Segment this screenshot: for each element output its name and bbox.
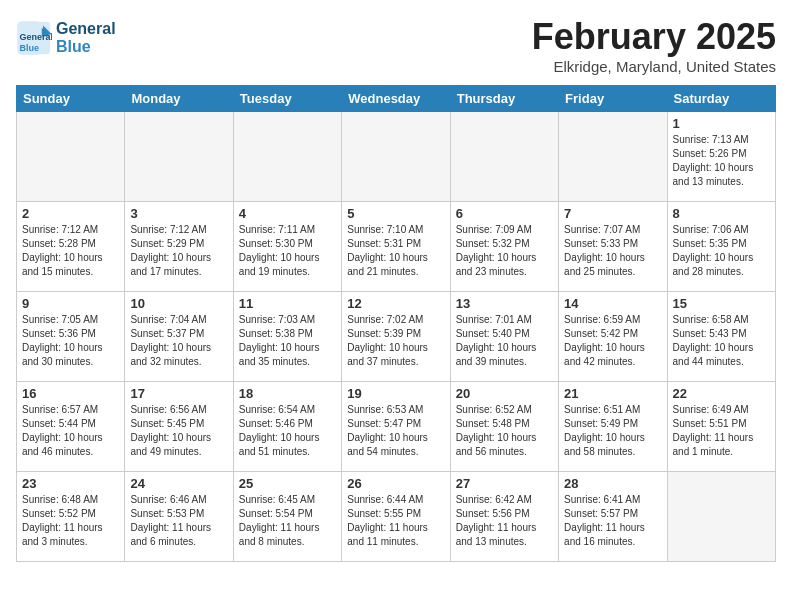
day-number: 26 xyxy=(347,476,444,491)
logo-text-blue: Blue xyxy=(56,38,116,56)
day-number: 21 xyxy=(564,386,661,401)
page-header: General Blue General Blue February 2025 … xyxy=(16,16,776,75)
day-info: Sunrise: 6:54 AM Sunset: 5:46 PM Dayligh… xyxy=(239,403,336,459)
day-number: 19 xyxy=(347,386,444,401)
calendar-cell: 3Sunrise: 7:12 AM Sunset: 5:29 PM Daylig… xyxy=(125,202,233,292)
calendar-cell: 7Sunrise: 7:07 AM Sunset: 5:33 PM Daylig… xyxy=(559,202,667,292)
day-number: 7 xyxy=(564,206,661,221)
weekday-header-friday: Friday xyxy=(559,86,667,112)
calendar-cell: 24Sunrise: 6:46 AM Sunset: 5:53 PM Dayli… xyxy=(125,472,233,562)
day-info: Sunrise: 7:12 AM Sunset: 5:28 PM Dayligh… xyxy=(22,223,119,279)
calendar-subtitle: Elkridge, Maryland, United States xyxy=(532,58,776,75)
week-row-1: 2Sunrise: 7:12 AM Sunset: 5:28 PM Daylig… xyxy=(17,202,776,292)
day-number: 9 xyxy=(22,296,119,311)
calendar-cell: 13Sunrise: 7:01 AM Sunset: 5:40 PM Dayli… xyxy=(450,292,558,382)
calendar-cell: 2Sunrise: 7:12 AM Sunset: 5:28 PM Daylig… xyxy=(17,202,125,292)
calendar-cell: 27Sunrise: 6:42 AM Sunset: 5:56 PM Dayli… xyxy=(450,472,558,562)
day-info: Sunrise: 7:05 AM Sunset: 5:36 PM Dayligh… xyxy=(22,313,119,369)
logo-icon: General Blue xyxy=(16,20,52,56)
week-row-3: 16Sunrise: 6:57 AM Sunset: 5:44 PM Dayli… xyxy=(17,382,776,472)
day-info: Sunrise: 6:52 AM Sunset: 5:48 PM Dayligh… xyxy=(456,403,553,459)
day-number: 14 xyxy=(564,296,661,311)
day-info: Sunrise: 7:12 AM Sunset: 5:29 PM Dayligh… xyxy=(130,223,227,279)
day-number: 22 xyxy=(673,386,770,401)
day-number: 27 xyxy=(456,476,553,491)
day-number: 23 xyxy=(22,476,119,491)
calendar-cell: 9Sunrise: 7:05 AM Sunset: 5:36 PM Daylig… xyxy=(17,292,125,382)
calendar-table: SundayMondayTuesdayWednesdayThursdayFrid… xyxy=(16,85,776,562)
weekday-header-thursday: Thursday xyxy=(450,86,558,112)
day-info: Sunrise: 6:59 AM Sunset: 5:42 PM Dayligh… xyxy=(564,313,661,369)
day-number: 28 xyxy=(564,476,661,491)
day-info: Sunrise: 6:44 AM Sunset: 5:55 PM Dayligh… xyxy=(347,493,444,549)
day-number: 5 xyxy=(347,206,444,221)
weekday-header-wednesday: Wednesday xyxy=(342,86,450,112)
day-info: Sunrise: 7:13 AM Sunset: 5:26 PM Dayligh… xyxy=(673,133,770,189)
calendar-cell xyxy=(342,112,450,202)
calendar-cell: 11Sunrise: 7:03 AM Sunset: 5:38 PM Dayli… xyxy=(233,292,341,382)
calendar-cell: 25Sunrise: 6:45 AM Sunset: 5:54 PM Dayli… xyxy=(233,472,341,562)
day-number: 1 xyxy=(673,116,770,131)
weekday-header-saturday: Saturday xyxy=(667,86,775,112)
day-info: Sunrise: 6:41 AM Sunset: 5:57 PM Dayligh… xyxy=(564,493,661,549)
day-info: Sunrise: 6:57 AM Sunset: 5:44 PM Dayligh… xyxy=(22,403,119,459)
weekday-header-tuesday: Tuesday xyxy=(233,86,341,112)
calendar-cell: 20Sunrise: 6:52 AM Sunset: 5:48 PM Dayli… xyxy=(450,382,558,472)
weekday-header-monday: Monday xyxy=(125,86,233,112)
day-number: 10 xyxy=(130,296,227,311)
calendar-cell: 12Sunrise: 7:02 AM Sunset: 5:39 PM Dayli… xyxy=(342,292,450,382)
calendar-cell xyxy=(125,112,233,202)
day-number: 3 xyxy=(130,206,227,221)
calendar-cell: 14Sunrise: 6:59 AM Sunset: 5:42 PM Dayli… xyxy=(559,292,667,382)
day-info: Sunrise: 6:53 AM Sunset: 5:47 PM Dayligh… xyxy=(347,403,444,459)
day-info: Sunrise: 6:42 AM Sunset: 5:56 PM Dayligh… xyxy=(456,493,553,549)
day-number: 13 xyxy=(456,296,553,311)
weekday-header-sunday: Sunday xyxy=(17,86,125,112)
day-number: 6 xyxy=(456,206,553,221)
weekday-header-row: SundayMondayTuesdayWednesdayThursdayFrid… xyxy=(17,86,776,112)
day-info: Sunrise: 7:07 AM Sunset: 5:33 PM Dayligh… xyxy=(564,223,661,279)
week-row-0: 1Sunrise: 7:13 AM Sunset: 5:26 PM Daylig… xyxy=(17,112,776,202)
day-info: Sunrise: 7:03 AM Sunset: 5:38 PM Dayligh… xyxy=(239,313,336,369)
day-info: Sunrise: 7:01 AM Sunset: 5:40 PM Dayligh… xyxy=(456,313,553,369)
day-info: Sunrise: 6:58 AM Sunset: 5:43 PM Dayligh… xyxy=(673,313,770,369)
calendar-cell: 26Sunrise: 6:44 AM Sunset: 5:55 PM Dayli… xyxy=(342,472,450,562)
day-info: Sunrise: 7:10 AM Sunset: 5:31 PM Dayligh… xyxy=(347,223,444,279)
day-info: Sunrise: 6:51 AM Sunset: 5:49 PM Dayligh… xyxy=(564,403,661,459)
day-info: Sunrise: 7:04 AM Sunset: 5:37 PM Dayligh… xyxy=(130,313,227,369)
day-number: 11 xyxy=(239,296,336,311)
day-info: Sunrise: 6:45 AM Sunset: 5:54 PM Dayligh… xyxy=(239,493,336,549)
day-info: Sunrise: 6:56 AM Sunset: 5:45 PM Dayligh… xyxy=(130,403,227,459)
week-row-2: 9Sunrise: 7:05 AM Sunset: 5:36 PM Daylig… xyxy=(17,292,776,382)
calendar-cell xyxy=(450,112,558,202)
calendar-cell xyxy=(559,112,667,202)
day-info: Sunrise: 6:48 AM Sunset: 5:52 PM Dayligh… xyxy=(22,493,119,549)
calendar-cell: 10Sunrise: 7:04 AM Sunset: 5:37 PM Dayli… xyxy=(125,292,233,382)
calendar-cell: 28Sunrise: 6:41 AM Sunset: 5:57 PM Dayli… xyxy=(559,472,667,562)
day-info: Sunrise: 6:49 AM Sunset: 5:51 PM Dayligh… xyxy=(673,403,770,459)
day-number: 24 xyxy=(130,476,227,491)
day-number: 2 xyxy=(22,206,119,221)
day-number: 12 xyxy=(347,296,444,311)
calendar-cell xyxy=(233,112,341,202)
calendar-cell: 21Sunrise: 6:51 AM Sunset: 5:49 PM Dayli… xyxy=(559,382,667,472)
calendar-cell: 4Sunrise: 7:11 AM Sunset: 5:30 PM Daylig… xyxy=(233,202,341,292)
svg-text:Blue: Blue xyxy=(20,43,40,53)
calendar-cell: 17Sunrise: 6:56 AM Sunset: 5:45 PM Dayli… xyxy=(125,382,233,472)
day-number: 8 xyxy=(673,206,770,221)
calendar-cell: 18Sunrise: 6:54 AM Sunset: 5:46 PM Dayli… xyxy=(233,382,341,472)
day-number: 20 xyxy=(456,386,553,401)
logo: General Blue General Blue xyxy=(16,20,116,56)
calendar-cell: 15Sunrise: 6:58 AM Sunset: 5:43 PM Dayli… xyxy=(667,292,775,382)
day-info: Sunrise: 7:06 AM Sunset: 5:35 PM Dayligh… xyxy=(673,223,770,279)
calendar-cell xyxy=(17,112,125,202)
day-number: 15 xyxy=(673,296,770,311)
calendar-cell: 6Sunrise: 7:09 AM Sunset: 5:32 PM Daylig… xyxy=(450,202,558,292)
calendar-cell: 22Sunrise: 6:49 AM Sunset: 5:51 PM Dayli… xyxy=(667,382,775,472)
title-area: February 2025 Elkridge, Maryland, United… xyxy=(532,16,776,75)
day-number: 25 xyxy=(239,476,336,491)
calendar-cell: 16Sunrise: 6:57 AM Sunset: 5:44 PM Dayli… xyxy=(17,382,125,472)
day-number: 17 xyxy=(130,386,227,401)
calendar-cell: 5Sunrise: 7:10 AM Sunset: 5:31 PM Daylig… xyxy=(342,202,450,292)
day-number: 4 xyxy=(239,206,336,221)
